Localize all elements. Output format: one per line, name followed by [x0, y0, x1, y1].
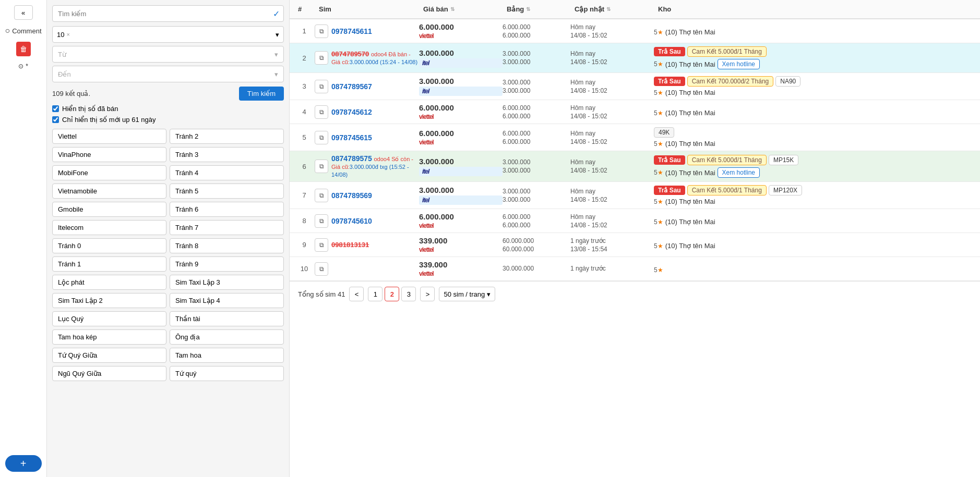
copy-button[interactable]: ⧉	[315, 214, 328, 228]
sim-number: 0874789575	[331, 154, 372, 163]
filter-button[interactable]: Tam hoa kép	[52, 329, 166, 345]
copy-button[interactable]: ⧉	[315, 80, 328, 93]
th-kho: Kho	[654, 0, 976, 18]
filter-button[interactable]: Tránh 2	[170, 129, 284, 144]
filter-button[interactable]: Tránh 3	[170, 147, 284, 162]
xem-hotline-button[interactable]: Xem hotline	[718, 167, 760, 178]
copy-button[interactable]: ⧉	[315, 51, 328, 65]
update-day: Hôm nay	[570, 79, 654, 86]
kho-cell: 49K 5★(10) Thợ tên Mai	[654, 127, 976, 148]
page-number-button[interactable]: 3	[401, 287, 416, 301]
prev-page-button[interactable]: <	[349, 287, 364, 301]
filter-button[interactable]: Tránh 5	[170, 184, 284, 199]
show-sold-checkbox[interactable]	[52, 105, 59, 112]
sim-info: 0874789575 odoo4 Số còn - Giá cũ:3.000.0…	[331, 154, 419, 178]
xem-hotline-button[interactable]: Xem hotline	[718, 59, 760, 69]
tag-remove-icon[interactable]: ×	[66, 31, 69, 38]
comment-button[interactable]: ○ Comment	[5, 26, 41, 35]
kho-cell: 5★(10) Thợ tên Mai	[654, 216, 976, 226]
filter-button[interactable]: Tránh 7	[170, 220, 284, 235]
price-network-cell: 6.000.000 viettel	[419, 212, 503, 229]
badge-extra[interactable]: MP15K	[769, 155, 798, 165]
price-main: 339.000	[419, 236, 503, 245]
badge-cam-ket[interactable]: Cam Kết 700.000đ/2 Tháng	[687, 76, 774, 87]
filter-button[interactable]: Sim Taxi Lập 4	[170, 293, 284, 308]
sort-icon-bang[interactable]: ⇅	[526, 6, 530, 12]
filter-button[interactable]: MobiFone	[52, 165, 166, 180]
bang-cell: 6.000.000 6.000.000	[503, 104, 570, 120]
filter-button[interactable]: Tránh 6	[170, 202, 284, 217]
to-select[interactable]: Đến ▾	[52, 66, 284, 82]
row-number: 6	[294, 163, 315, 170]
badge-cam-ket[interactable]: Cam Kết 5.000đ/1 Tháng	[687, 46, 767, 57]
filter-button[interactable]: Tránh 9	[170, 256, 284, 272]
filter-button[interactable]: Itelecom	[52, 220, 166, 235]
table-row: 7 ⧉ 0874789569 3.000.000 itel 3.000.000 …	[290, 182, 980, 209]
show-new-checkbox[interactable]	[52, 116, 59, 123]
sim-number: 0978745611	[331, 27, 372, 35]
filter-button[interactable]: Ông địa	[170, 329, 284, 345]
per-page-select[interactable]: 50 sim / trang ▾	[439, 287, 495, 301]
add-button[interactable]: +	[5, 455, 42, 472]
page-number-button[interactable]: 1	[368, 287, 383, 301]
filter-button[interactable]: Tránh 1	[52, 256, 166, 272]
filter-button[interactable]: Tránh 8	[170, 238, 284, 253]
filter-button[interactable]: Tứ quý	[170, 366, 284, 381]
filter-button[interactable]: Sim Taxi Lập 3	[170, 275, 284, 290]
copy-button[interactable]: ⧉	[315, 262, 328, 276]
tag-select[interactable]: 10 × ▾	[52, 26, 284, 43]
copy-button[interactable]: ⧉	[315, 25, 328, 38]
badge-extra[interactable]: MP120X	[769, 185, 802, 195]
network-viettel-logo: viettel	[419, 270, 503, 277]
kho-name: (10) Thợ tên Mai	[665, 218, 715, 226]
sim-info: 0874789570 odoo4 Đã bán - Giá cũ:3.000.0…	[331, 50, 419, 66]
price-sub: 3.000.000	[503, 50, 570, 57]
star-rating: 5★	[654, 169, 663, 176]
filter-button[interactable]: Lộc phát	[52, 275, 166, 290]
trash-button[interactable]: 🗑	[16, 42, 31, 56]
filter-button[interactable]: VinaPhone	[52, 147, 166, 162]
filter-button[interactable]: Gmobile	[52, 202, 166, 217]
bang-cell: 6.000.000 6.000.000	[503, 23, 570, 39]
filter-button[interactable]: Viettel	[52, 129, 166, 144]
next-page-button[interactable]: >	[420, 287, 435, 301]
sort-icon-price[interactable]: ⇅	[450, 6, 455, 12]
copy-button[interactable]: ⧉	[315, 131, 328, 144]
filter-button[interactable]: Tứ Quý Giữa	[52, 348, 166, 363]
filter-button[interactable]: Lục Quý	[52, 311, 166, 326]
search-button[interactable]: Tìm kiếm	[239, 87, 284, 101]
th-num: #	[294, 0, 315, 18]
search-input[interactable]	[52, 5, 284, 22]
filter-button[interactable]: Thần tài	[170, 311, 284, 326]
filter-button[interactable]: Tránh 0	[52, 238, 166, 253]
badge-tra-sau[interactable]: Trả Sau	[654, 47, 685, 56]
copy-button[interactable]: ⧉	[315, 238, 328, 252]
filter-button[interactable]: Tam hoa	[170, 348, 284, 363]
collapse-button[interactable]: «	[14, 5, 33, 20]
badge-tra-sau[interactable]: Trả Sau	[654, 77, 685, 86]
filter-button[interactable]: Tránh 4	[170, 165, 284, 180]
badge-tra-sau[interactable]: Trả Sau	[654, 186, 685, 195]
copy-button[interactable]: ⧉	[315, 189, 328, 202]
price-cell: 6.000.000 viettel	[419, 22, 503, 40]
badge-cam-ket[interactable]: Cam Kết 5.000đ/1 Tháng	[687, 185, 767, 195]
badge-cam-ket[interactable]: Cam Kết 5.000đ/1 Tháng	[687, 155, 767, 165]
table-body: 1 ⧉ 0978745611 6.000.000 viettel 6.000.0…	[290, 19, 980, 281]
filter-button[interactable]: Sim Taxi Lập 2	[52, 293, 166, 308]
filter-button[interactable]: Ngũ Quý Giữa	[52, 366, 166, 381]
sim-cell: ⧉ 0874789569	[315, 189, 419, 202]
update-time: 14/08 - 15:02	[570, 138, 654, 145]
page-number-button[interactable]: 2	[385, 287, 399, 301]
settings-button[interactable]: ⊙ *	[18, 63, 28, 70]
badge-extra[interactable]: NA90	[775, 76, 800, 87]
copy-button[interactable]: ⧉	[315, 105, 328, 119]
copy-button[interactable]: ⧉	[315, 160, 328, 173]
page-total: Tổng số sim 41	[298, 290, 345, 298]
from-select[interactable]: Từ ▾	[52, 46, 284, 63]
filter-button[interactable]: Vietnamobile	[52, 184, 166, 199]
sort-icon-update[interactable]: ⇅	[606, 6, 611, 12]
price-network-cell: 339.000 viettel	[419, 260, 503, 277]
badge-tra-sau[interactable]: Trả Sau	[654, 155, 685, 165]
search-row: ✓	[52, 5, 284, 22]
price-network-cell: 3.000.000 itel	[419, 157, 503, 176]
